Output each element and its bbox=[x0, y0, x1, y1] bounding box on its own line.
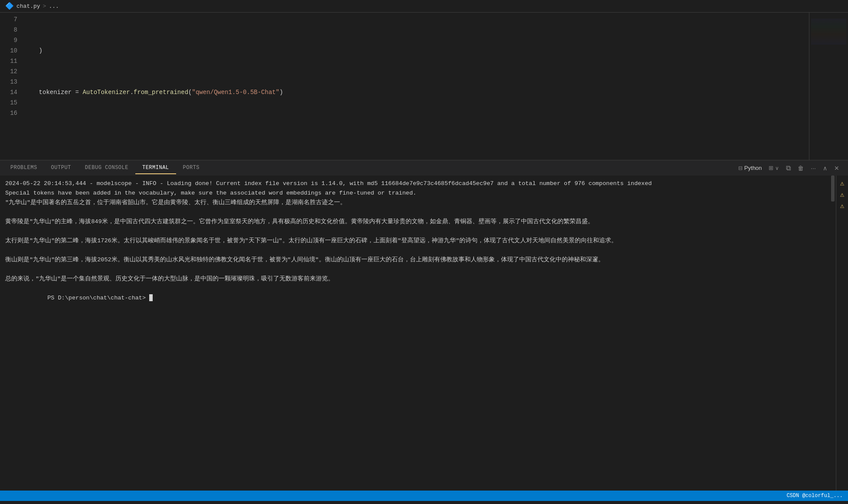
split-editor-button[interactable]: ⧉ bbox=[784, 163, 792, 173]
main-content: 7 8 9 10 11 12 13 14 15 16 ) tokenizer = bbox=[0, 13, 848, 491]
terminal-wrapper: 2024-05-22 20:14:53,444 - modelscope - I… bbox=[0, 176, 848, 491]
terminal-prompt: PS D:\person\chat\chat-chat> bbox=[5, 284, 825, 312]
breadcrumb-separator: > bbox=[43, 3, 46, 10]
tab-output[interactable]: OUTPUT bbox=[44, 162, 78, 174]
warning-icon-3: ⚠ bbox=[840, 202, 845, 210]
terminal[interactable]: 2024-05-22 20:14:53,444 - modelscope - I… bbox=[0, 176, 830, 491]
panel-bottom: PROBLEMS OUTPUT DEBUG CONSOLE TERMINAL P… bbox=[0, 160, 848, 491]
terminal-line-9: 衡山则是"九华山"的第三峰，海拔2052米。衡山以其秀美的山水风光和独特的佛教文… bbox=[5, 255, 825, 265]
code-line-9 bbox=[24, 129, 809, 139]
tab-terminal[interactable]: TERMINAL bbox=[135, 162, 176, 174]
code-line-7: ) bbox=[24, 46, 809, 56]
code-editor[interactable]: 7 8 9 10 11 12 13 14 15 16 ) tokenizer = bbox=[0, 13, 848, 160]
terminal-line-8 bbox=[5, 246, 825, 255]
layout-button[interactable]: ⊞ ∨ bbox=[767, 164, 781, 172]
terminal-line-10 bbox=[5, 265, 825, 274]
tab-ports[interactable]: PORTS bbox=[176, 162, 207, 174]
language-selector[interactable]: ⊟ Python bbox=[737, 164, 763, 172]
terminal-scrollbar[interactable] bbox=[830, 176, 836, 491]
breadcrumb-ellipsis: ... bbox=[49, 3, 59, 10]
breadcrumb-bar: 🔷 chat.py > ... bbox=[0, 0, 848, 13]
more-actions-button[interactable]: ··· bbox=[809, 164, 818, 172]
warning-icon-1: ⚠ bbox=[840, 179, 845, 188]
file-icon: 🔷 bbox=[5, 2, 14, 10]
tab-debug-console[interactable]: DEBUG CONSOLE bbox=[78, 162, 135, 174]
code-content[interactable]: ) tokenizer = AutoTokenizer.from_pretrai… bbox=[24, 13, 809, 160]
panel-tabs: PROBLEMS OUTPUT DEBUG CONSOLE TERMINAL P… bbox=[0, 160, 848, 176]
terminal-line-1: 2024-05-22 20:14:53,444 - modelscope - I… bbox=[5, 179, 825, 189]
editor-panel: 7 8 9 10 11 12 13 14 15 16 ) tokenizer = bbox=[0, 13, 848, 491]
code-line-8: tokenizer = AutoTokenizer.from_pretraine… bbox=[24, 87, 809, 98]
tab-problems[interactable]: PROBLEMS bbox=[3, 162, 44, 174]
filename[interactable]: chat.py bbox=[16, 3, 40, 10]
terminal-line-6 bbox=[5, 227, 825, 236]
terminal-line-2: Special tokens have been added in the vo… bbox=[5, 189, 825, 198]
panel-close-button[interactable]: ✕ bbox=[832, 164, 841, 172]
delete-button[interactable]: 🗑 bbox=[796, 164, 805, 172]
terminal-line-3: "九华山"是中国著名的五岳之首，位于湖南省韶山市。它是由黄帝陵、太行、衡山三峰组… bbox=[5, 198, 825, 208]
terminal-line-7: 太行则是"九华山"的第二峰，海拔1726米。太行以其峻峭而雄伟的景象闻名于世，被… bbox=[5, 236, 825, 246]
warning-panel: ⚠ ⚠ ⚠ bbox=[836, 176, 848, 491]
terminal-scroll-thumb[interactable] bbox=[831, 176, 835, 202]
panel-actions: ⊟ Python ⊞ ∨ ⧉ 🗑 ··· bbox=[737, 163, 845, 173]
terminal-line-5: 黄帝陵是"九华山"的主峰，海拔849米，是中国古代四大古建筑群之一。它曾作为皇室… bbox=[5, 217, 825, 227]
line-numbers: 7 8 9 10 11 12 13 14 15 16 bbox=[0, 13, 24, 160]
status-bar-text: CSDN @colorful_... bbox=[786, 493, 843, 499]
panel-up-button[interactable]: ∧ bbox=[821, 164, 829, 172]
terminal-cursor bbox=[149, 294, 153, 301]
warning-icon-2: ⚠ bbox=[840, 190, 845, 199]
terminal-line-4 bbox=[5, 208, 825, 217]
status-bar: CSDN @colorful_... bbox=[0, 491, 848, 501]
terminal-line-11: 总的来说，"九华山"是一个集自然景观、历史文化于一体的大型山脉，是中国的一颗璀璨… bbox=[5, 274, 825, 284]
minimap bbox=[809, 13, 848, 160]
